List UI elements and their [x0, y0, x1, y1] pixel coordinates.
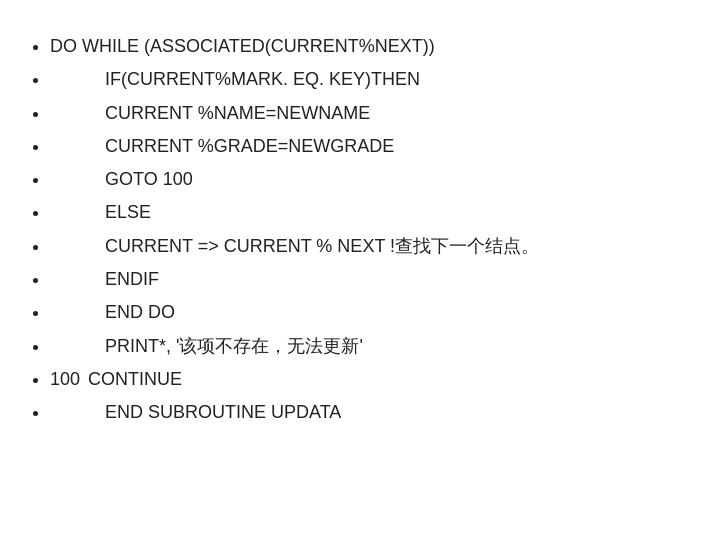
- list-item: ELSE: [50, 196, 539, 229]
- line-text: END SUBROUTINE UPDATA: [105, 402, 341, 422]
- list-item: CURRENT %NAME=NEWNAME: [50, 97, 539, 130]
- line-text: CONTINUE: [88, 369, 182, 389]
- list-item: IF(CURRENT%MARK. EQ. KEY)THEN: [50, 63, 539, 96]
- list-item: GOTO 100: [50, 163, 539, 196]
- line-text: ENDIF: [105, 269, 159, 289]
- list-item: DO WHILE (ASSOCIATED(CURRENT%NEXT)): [50, 30, 539, 63]
- line-text: CURRENT => CURRENT % NEXT !查找下一个结点。: [105, 236, 539, 256]
- line-number: 100: [50, 363, 80, 396]
- line-text: PRINT*, '该项不存在，无法更新': [105, 336, 363, 356]
- list-item: END DO: [50, 296, 539, 329]
- line-text: IF(CURRENT%MARK. EQ. KEY)THEN: [105, 69, 420, 89]
- code-block: DO WHILE (ASSOCIATED(CURRENT%NEXT))IF(CU…: [20, 30, 539, 430]
- list-item: PRINT*, '该项不存在，无法更新': [50, 330, 539, 363]
- list-item: CURRENT %GRADE=NEWGRADE: [50, 130, 539, 163]
- line-text: CURRENT %GRADE=NEWGRADE: [105, 136, 394, 156]
- list-item: 100CONTINUE: [50, 363, 539, 396]
- list-item: END SUBROUTINE UPDATA: [50, 396, 539, 429]
- line-text: CURRENT %NAME=NEWNAME: [105, 103, 370, 123]
- list-item: ENDIF: [50, 263, 539, 296]
- line-text: END DO: [105, 302, 175, 322]
- line-text: ELSE: [105, 202, 151, 222]
- line-text: DO WHILE (ASSOCIATED(CURRENT%NEXT)): [50, 36, 435, 56]
- list-item: CURRENT => CURRENT % NEXT !查找下一个结点。: [50, 230, 539, 263]
- line-text: GOTO 100: [105, 169, 193, 189]
